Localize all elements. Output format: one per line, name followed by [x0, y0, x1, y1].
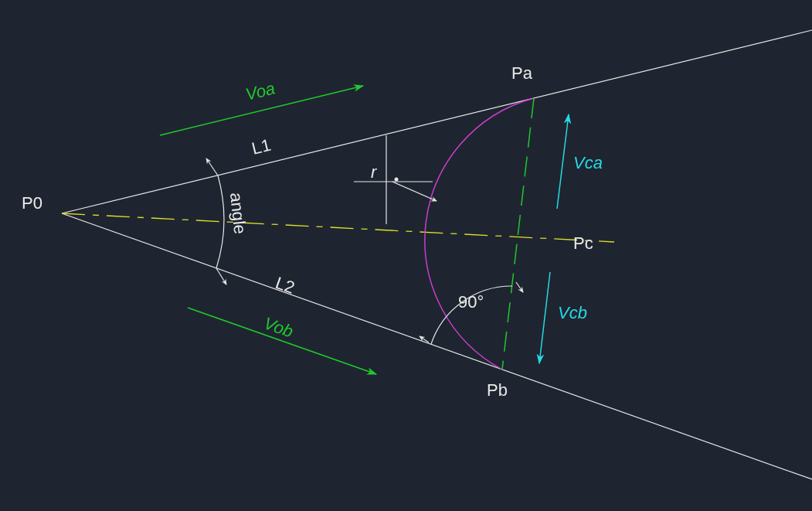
diagram-canvas: r angle 90° Voa Vob Vca Vcb L1 L2 P0 Pa … — [0, 0, 812, 511]
vector-Vca — [557, 114, 569, 209]
radius-leader — [354, 135, 437, 224]
label-Pc: Pc — [573, 233, 593, 253]
svg-point-2 — [395, 178, 399, 182]
label-Vob: Vob — [261, 313, 295, 341]
label-angle: angle — [226, 192, 250, 235]
label-L2: L2 — [273, 273, 297, 298]
line-L1 — [62, 30, 812, 213]
svg-line-3 — [392, 182, 437, 201]
label-r: r — [371, 162, 378, 182]
label-Vca: Vca — [573, 153, 603, 172]
label-L1: L1 — [250, 135, 273, 158]
svg-line-4 — [206, 158, 218, 175]
label-Pb: Pb — [487, 380, 508, 400]
label-Vcb: Vcb — [558, 303, 587, 322]
right-angle-dimension — [420, 282, 523, 344]
label-Pa: Pa — [511, 63, 533, 83]
chord-Pa-Pb — [502, 98, 534, 370]
bisector — [62, 213, 614, 242]
line-L2 — [62, 213, 812, 479]
label-90: 90° — [458, 292, 484, 312]
label-Voa: Voa — [243, 78, 277, 104]
vector-Vcb — [539, 272, 550, 363]
label-P0: P0 — [22, 193, 42, 213]
svg-line-6 — [516, 282, 523, 292]
